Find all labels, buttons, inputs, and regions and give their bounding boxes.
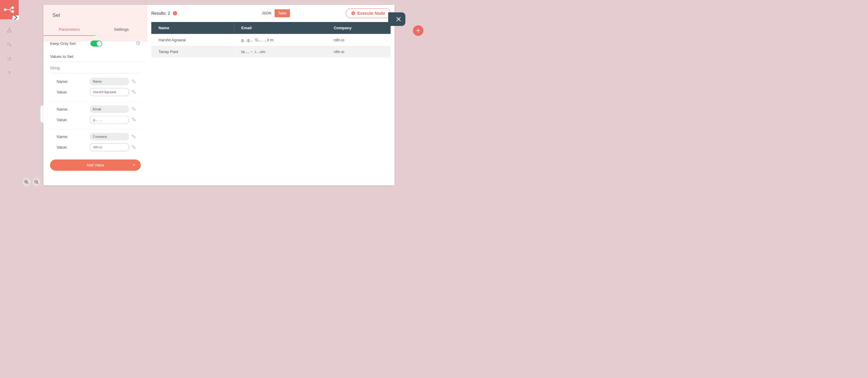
view-json-button[interactable]: JSON — [258, 9, 275, 17]
tab-parameters[interactable]: Parameters — [43, 23, 96, 36]
help-icon[interactable]: ? — [6, 70, 12, 76]
field-value-label: Value: — [57, 90, 90, 95]
field-name-label: Name: — [57, 107, 90, 112]
field-group: Name: Name Value: Harshil Agrawal — [50, 77, 141, 102]
field-name-label: Name: — [57, 134, 90, 139]
results-panel: Results: 2 i JSON Table Execute Node Nam… — [147, 5, 395, 185]
add-value-button[interactable]: Add Value — [50, 159, 141, 171]
node-title: Set — [43, 5, 147, 23]
svg-point-19 — [133, 136, 135, 138]
svg-rect-5 — [10, 31, 11, 33]
keep-only-set-toggle[interactable] — [90, 41, 102, 47]
left-sidebar: ? — [0, 0, 19, 189]
zoom-in-button[interactable] — [23, 178, 30, 186]
svg-text:?: ? — [8, 70, 10, 75]
workflows-icon[interactable] — [6, 27, 12, 33]
add-node-button[interactable] — [413, 25, 424, 36]
zoom-controls — [23, 178, 40, 186]
chevron-down-icon — [132, 163, 135, 167]
field-group: Name: Email Value: g… … — [50, 104, 141, 130]
values-to-set-heading: Values to Set: — [46, 50, 145, 62]
keep-only-set-label: Keep Only Set: — [50, 41, 76, 46]
field-options-icon[interactable] — [131, 117, 136, 123]
svg-point-17 — [133, 119, 135, 121]
svg-point-21 — [133, 147, 135, 149]
field-group: Name: Company Value: n8n.io — [50, 132, 141, 157]
info-icon[interactable]: i — [173, 11, 177, 15]
view-toggle: JSON Table — [258, 9, 290, 18]
keep-only-set-row: Keep Only Set: — [50, 41, 141, 47]
add-value-label: Add Value — [87, 163, 104, 167]
col-header: Email — [234, 22, 327, 34]
svg-rect-3 — [9, 28, 10, 29]
svg-point-11 — [133, 81, 135, 83]
field-value-input[interactable]: n8n.io — [90, 143, 129, 151]
field-name-input[interactable]: Company — [90, 133, 129, 140]
field-name-input[interactable]: Email — [90, 105, 129, 113]
node-editor-modal: Set Parameters Settings Keep Only Set: V… — [43, 5, 395, 185]
field-options-icon[interactable] — [131, 145, 136, 150]
results-count: Results: 2 — [151, 11, 170, 16]
field-options-icon[interactable] — [131, 106, 136, 112]
view-table-button[interactable]: Table — [275, 9, 290, 17]
field-value-input[interactable]: g… … — [90, 116, 129, 124]
panel-tabs: Parameters Settings — [43, 23, 147, 36]
svg-point-16 — [132, 118, 134, 120]
table-row: Tanay Pant ta…, ~ .i…om n8n.io — [151, 46, 391, 58]
execute-node-label: Execute Node — [357, 11, 385, 16]
svg-point-18 — [132, 134, 134, 136]
svg-point-12 — [132, 90, 134, 92]
field-options-icon[interactable] — [131, 134, 136, 139]
col-header: Name — [151, 22, 234, 34]
table-row: Harshil Agrawal g…g… 'G… …il m n8n.io — [151, 34, 391, 46]
param-options-icon[interactable] — [135, 41, 141, 46]
svg-point-14 — [132, 107, 134, 109]
parameters-panel: Set Parameters Settings Keep Only Set: V… — [43, 5, 147, 185]
field-value-label: Value: — [57, 145, 90, 150]
svg-point-13 — [133, 92, 135, 94]
field-name-input[interactable]: Name — [90, 78, 129, 85]
sidebar-expand-toggle[interactable] — [12, 15, 19, 20]
col-header: Company — [327, 22, 391, 34]
field-value-input[interactable]: Harshil Agrawal — [90, 88, 129, 96]
field-options-icon[interactable] — [131, 79, 136, 85]
svg-rect-4 — [7, 31, 8, 33]
field-name-label: Name: — [57, 79, 90, 84]
zoom-out-button[interactable] — [33, 178, 40, 186]
logo — [0, 0, 19, 19]
tab-settings[interactable]: Settings — [96, 23, 148, 36]
field-value-label: Value: — [57, 117, 90, 122]
executions-icon[interactable] — [6, 56, 12, 62]
form-area: Keep Only Set: Values to Set: String: Na… — [43, 36, 147, 186]
string-section-heading: String: — [50, 66, 141, 73]
results-table: Name Email Company Harshil Agrawal g…g… … — [151, 22, 391, 58]
svg-point-10 — [132, 79, 134, 82]
close-button[interactable] — [392, 12, 405, 26]
results-header: Results: 2 i JSON Table Execute Node — [151, 8, 391, 18]
execute-node-button[interactable]: Execute Node — [346, 8, 391, 18]
svg-point-15 — [133, 108, 135, 111]
field-options-icon[interactable] — [131, 89, 136, 95]
svg-point-20 — [132, 145, 134, 147]
credentials-icon[interactable] — [6, 41, 12, 48]
